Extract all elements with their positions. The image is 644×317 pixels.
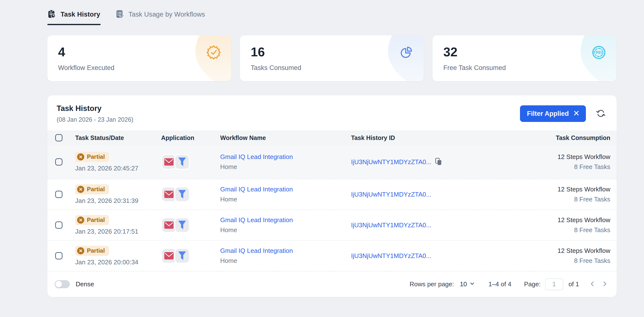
workflow-name-link[interactable]: Gmail IQ Lead Integration [220, 186, 351, 193]
task-consumption-cell: 12 Steps Workflow 8 Free Tasks [537, 153, 610, 171]
copy-icon [435, 158, 442, 167]
toggle-knob [56, 281, 62, 288]
table-row: Partial Jan 23, 2026 20:17:51 Gmail IQ L… [47, 210, 617, 240]
stat-card-free-task-consumed: 32 Free Task Consumed FREE [432, 35, 616, 81]
close-icon[interactable] [574, 110, 579, 118]
previous-page-button[interactable] [589, 280, 596, 288]
task-history-id-cell: IjU3NjUwNTY1MDYzZTA0... [351, 252, 537, 260]
clipboard-clock-icon [47, 9, 56, 20]
workflow-cell: Gmail IQ Lead Integration Home [220, 247, 351, 265]
status-text: Partial [87, 217, 105, 223]
table-row: Partial Jan 23, 2026 20:45:27 Gmail IQ L… [47, 145, 617, 179]
task-history-id-cell: IjU3NjUwNTY1MDYzZTA0... [351, 158, 537, 167]
stats-row: 4 Workflow Executed 16 Tasks Consumed [47, 35, 617, 81]
stat-card-workflow-executed: 4 Workflow Executed [47, 35, 231, 81]
workflow-cell: Gmail IQ Lead Integration Home [220, 153, 351, 171]
tab-bar: Task History Task Usage by Workflows [47, 0, 617, 25]
tab-task-usage-by-workflows[interactable]: Task Usage by Workflows [115, 7, 205, 25]
status-text: Partial [87, 247, 105, 254]
status-badge: Partial [75, 184, 109, 194]
table-row: Partial Jan 23, 2026 20:31:39 Gmail IQ L… [47, 179, 617, 210]
main-content: Task History Task Usage by Workflows [47, 0, 617, 297]
task-history-id-cell: IjU3NjUwNTY1MDYzZTA0... [351, 191, 537, 198]
task-consumption-cell: 12 Steps Workflow 8 Free Tasks [537, 247, 610, 265]
dense-label: Dense [76, 281, 94, 288]
task-history-id-link[interactable]: IjU3NjUwNTY1MDYzZTA0... [351, 158, 431, 166]
row-checkbox[interactable] [55, 252, 62, 260]
copy-button[interactable] [435, 158, 442, 167]
tab-task-history[interactable]: Task History [47, 7, 100, 25]
page-label: Page: [524, 281, 541, 288]
workflow-cell: Gmail IQ Lead Integration Home [220, 186, 351, 203]
row-checkbox[interactable] [55, 191, 62, 198]
status-date-cell: Partial Jan 23, 2026 20:00:34 [75, 246, 161, 266]
workflow-location: Home [220, 196, 351, 203]
dense-toggle[interactable] [55, 280, 70, 288]
task-date: Jan 23, 2026 20:31:39 [75, 197, 161, 205]
rows-per-page-label: Rows per page: [410, 281, 454, 288]
filter-applied-button[interactable]: Filter Applied [520, 105, 586, 122]
refresh-button[interactable] [596, 108, 606, 119]
stat-label: Free Task Consumed [443, 64, 506, 72]
filter-icon [174, 154, 190, 170]
task-consumption-cell: 12 Steps Workflow 8 Free Tasks [537, 186, 610, 203]
task-date: Jan 23, 2026 20:00:34 [75, 259, 161, 266]
consumption-steps: 12 Steps Workflow [537, 186, 610, 193]
consumption-steps: 12 Steps Workflow [537, 247, 610, 255]
consumption-free: 8 Free Tasks [537, 226, 610, 234]
application-icons [161, 217, 220, 233]
table-row: Partial Jan 23, 2026 20:00:34 Gmail IQ L… [47, 240, 617, 271]
filter-icon [174, 217, 190, 233]
panel-date-range: (08 Jan 2026 - 23 Jan 2026) [57, 116, 133, 123]
task-consumption-cell: 12 Steps Workflow 8 Free Tasks [537, 216, 610, 234]
table-footer: Dense Rows per page: 10 1–4 of 4 Page: o… [47, 271, 617, 297]
decorative-blob [360, 35, 424, 81]
task-date: Jan 23, 2026 20:17:51 [75, 228, 161, 235]
column-header-workflow-name: Workflow Name [220, 134, 351, 141]
workflow-name-link[interactable]: Gmail IQ Lead Integration [220, 153, 351, 161]
seal-check-icon [206, 45, 221, 60]
consumption-free: 8 Free Tasks [537, 163, 610, 171]
consumption-free: 8 Free Tasks [537, 196, 610, 203]
column-header-task-status-date: Task Status/Date [75, 134, 161, 141]
decorative-blob [553, 35, 616, 81]
task-history-id-link[interactable]: IjU3NjUwNTY1MDYzZTA0... [351, 221, 431, 229]
page-number-input[interactable] [545, 279, 563, 290]
row-checkbox[interactable] [55, 221, 62, 229]
status-date-cell: Partial Jan 23, 2026 20:45:27 [75, 152, 161, 172]
column-header-task-consumption: Task Consumption [537, 134, 610, 141]
rows-per-page-select[interactable]: 10 [460, 281, 475, 288]
clipboard-list-icon [115, 9, 124, 20]
rows-range-text: 1–4 of 4 [488, 281, 512, 288]
tab-label: Task Usage by Workflows [128, 11, 205, 18]
task-history-id-link[interactable]: IjU3NjUwNTY1MDYzZTA0... [351, 191, 431, 198]
workflow-name-link[interactable]: Gmail IQ Lead Integration [220, 216, 351, 224]
workflow-name-link[interactable]: Gmail IQ Lead Integration [220, 247, 351, 255]
page-total-text: of 1 [568, 281, 579, 288]
workflow-cell: Gmail IQ Lead Integration Home [220, 216, 351, 234]
tab-label: Task History [60, 11, 100, 18]
stat-label: Workflow Executed [58, 64, 114, 72]
task-date: Jan 23, 2026 20:45:27 [75, 165, 161, 172]
application-icons [161, 248, 220, 264]
table-body: Partial Jan 23, 2026 20:45:27 Gmail IQ L… [47, 145, 617, 271]
row-checkbox[interactable] [55, 158, 62, 166]
chevron-down-icon [470, 281, 475, 288]
partial-status-icon [77, 247, 84, 254]
stat-label: Tasks Consumed [251, 64, 301, 72]
application-icons [161, 187, 220, 202]
status-badge: Partial [75, 215, 109, 225]
workflow-location: Home [220, 226, 351, 234]
filter-icon [174, 248, 190, 264]
status-text: Partial [87, 186, 105, 193]
partial-status-icon [77, 217, 84, 224]
workflow-location: Home [220, 163, 351, 171]
task-history-panel: Task History (08 Jan 2026 - 23 Jan 2026)… [47, 95, 617, 297]
stat-value: 32 [443, 46, 458, 58]
task-history-id-link[interactable]: IjU3NjUwNTY1MDYzZTA0... [351, 252, 431, 260]
next-page-button[interactable] [601, 280, 608, 288]
select-all-checkbox[interactable] [55, 134, 62, 141]
status-badge: Partial [75, 246, 109, 256]
stat-value: 4 [58, 46, 65, 58]
workflow-location: Home [220, 257, 351, 265]
